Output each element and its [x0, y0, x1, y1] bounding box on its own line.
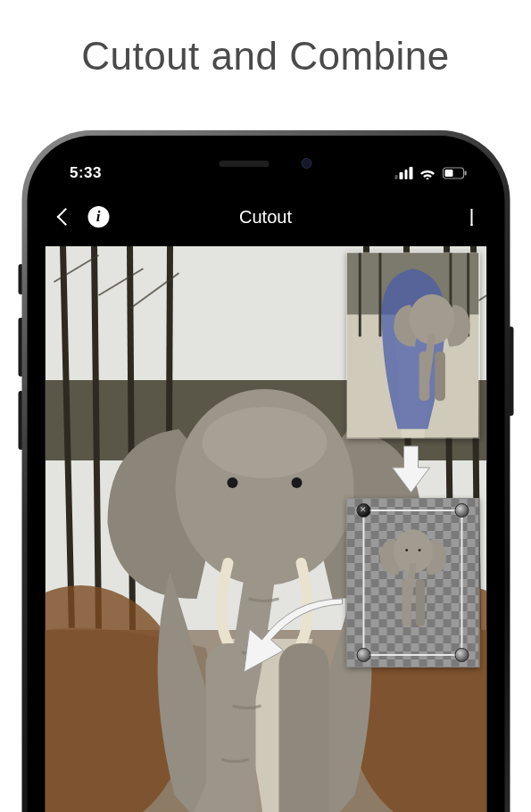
- phone-speaker: [220, 161, 270, 167]
- svg-point-40: [418, 549, 420, 551]
- svg-rect-37: [435, 352, 445, 401]
- status-time: 5:33: [70, 164, 102, 182]
- phone-notch: [159, 148, 373, 178]
- svg-point-23: [227, 477, 237, 488]
- selection-delete-handle[interactable]: [356, 503, 370, 518]
- selection-handle-bottom-left[interactable]: [356, 648, 370, 662]
- wifi-icon: [419, 167, 436, 179]
- selection-handle-bottom-right[interactable]: [454, 648, 469, 662]
- battery-icon: [442, 167, 467, 179]
- cutout-elephant-thumbnail[interactable]: [373, 515, 453, 653]
- forward-button[interactable]: [470, 209, 472, 226]
- promo-headline: Cutout and Combine: [0, 0, 531, 79]
- phone-mockup: 5:33 i Cutout: [21, 130, 510, 812]
- svg-rect-2: [464, 171, 466, 176]
- arrow-down-icon: [390, 444, 431, 494]
- source-thumbnail-panel[interactable]: [345, 252, 479, 439]
- phone-front-camera: [302, 158, 312, 169]
- info-button[interactable]: i: [87, 206, 109, 228]
- phone-screen: 5:33 i Cutout: [39, 148, 492, 812]
- svg-point-22: [202, 407, 327, 478]
- nav-bar: i Cutout: [39, 193, 492, 241]
- arrow-insert-icon: [236, 599, 344, 679]
- svg-rect-1: [444, 170, 452, 177]
- svg-line-6: [94, 246, 98, 630]
- editor-canvas[interactable]: [45, 246, 486, 812]
- svg-point-39: [405, 549, 408, 551]
- selection-handle-top-right[interactable]: [454, 503, 469, 518]
- cellular-icon: [394, 167, 412, 179]
- svg-point-24: [291, 477, 302, 488]
- cutout-result-panel[interactable]: [345, 498, 479, 667]
- status-icons: [394, 167, 467, 179]
- back-button[interactable]: [56, 208, 74, 226]
- svg-rect-42: [415, 579, 424, 626]
